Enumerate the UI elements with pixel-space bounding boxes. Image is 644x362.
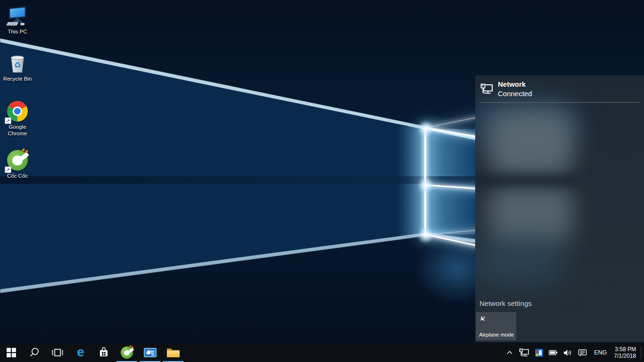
wallpaper-corner-bloom	[415, 224, 437, 246]
clock-date: 7/1/2018	[614, 353, 636, 360]
file-explorer-taskbar-button[interactable]	[162, 343, 184, 362]
task-view-icon	[51, 347, 64, 358]
file-explorer-icon	[167, 348, 180, 357]
battery-icon	[549, 350, 558, 355]
desktop-icon-label: This PC	[8, 28, 27, 35]
flyout-divider	[480, 102, 639, 103]
show-hidden-icons-button[interactable]	[503, 343, 516, 362]
battery-tray-button[interactable]	[546, 343, 561, 362]
ethernet-icon	[519, 348, 529, 357]
recycle-bin-icon: ♻	[6, 52, 29, 74]
network-title: Network	[498, 80, 526, 88]
recycle-glyph: ♻	[14, 61, 21, 70]
taskbar-clock[interactable]: 3:58 PM 7/1/2018	[611, 343, 641, 362]
search-button[interactable]	[23, 343, 46, 362]
ethernet-icon	[480, 83, 494, 96]
speaker-icon	[563, 349, 572, 356]
taskbar: e	[0, 343, 644, 362]
presentation-app-taskbar-button[interactable]	[139, 343, 161, 362]
flyout-blur-shape	[475, 240, 565, 283]
coc-coc-icon: ↗	[6, 149, 29, 172]
desktop-icon-this-pc[interactable]: This PC	[2, 5, 33, 35]
desktop-icon-google-chrome[interactable]: ↗ Google Chrome	[2, 100, 33, 137]
language-indicator[interactable]: ENG	[590, 343, 611, 362]
desktop-icon-label: Cốc Cốc	[7, 173, 28, 179]
network-connection-item[interactable]: Network Connected	[475, 75, 644, 103]
shortcut-arrow-icon: ↗	[5, 117, 11, 124]
google-chrome-icon: ↗	[6, 100, 29, 123]
unikey-tray-button[interactable]	[532, 343, 546, 362]
flyout-blur-shape	[475, 175, 581, 186]
wallpaper-window-pane-bottom	[426, 186, 475, 234]
windows-desktop-screen: This PC ♻ Recycle Bin ↗ Google Chrome	[0, 0, 644, 362]
shortcut-arrow-icon: ↗	[5, 166, 11, 173]
airplane-mode-tile[interactable]: ✈ Airplane mode	[476, 312, 516, 340]
edge-button[interactable]: e	[69, 343, 92, 362]
airplane-icon: ✈	[478, 313, 488, 324]
desktop-icon-recycle-bin[interactable]: ♻ Recycle Bin	[2, 52, 33, 82]
windows-logo-icon	[7, 348, 16, 357]
presentation-app-icon	[144, 348, 157, 357]
desktop-icon-label: Google Chrome	[8, 123, 27, 137]
coc-coc-taskbar-button[interactable]	[116, 343, 138, 362]
start-button[interactable]	[0, 343, 23, 362]
store-button[interactable]	[92, 343, 115, 362]
airplane-mode-label: Airplane mode	[479, 332, 514, 337]
volume-tray-button[interactable]	[561, 343, 575, 362]
wallpaper-corner-bloom	[415, 118, 437, 140]
network-flyout: Network Connected Network settings ✈ Air…	[475, 75, 644, 342]
network-tray-button[interactable]	[516, 343, 532, 362]
coc-coc-icon	[121, 346, 133, 359]
store-icon	[98, 347, 109, 358]
action-center-button[interactable]	[575, 343, 590, 362]
this-pc-icon	[6, 5, 29, 27]
chevron-up-icon	[506, 349, 513, 356]
search-icon	[29, 347, 40, 358]
show-desktop-button[interactable]	[641, 343, 644, 362]
taskbar-buttons: e	[0, 343, 184, 362]
desktop-icon-coc-coc[interactable]: ↗ Cốc Cốc	[2, 149, 33, 179]
task-view-button[interactable]	[46, 343, 69, 362]
flyout-blur-shape	[488, 185, 573, 244]
unikey-icon	[535, 349, 543, 357]
action-center-icon	[578, 349, 587, 357]
flyout-blur-shape	[488, 111, 573, 177]
clock-time: 3:58 PM	[614, 346, 636, 353]
network-status: Connected	[498, 90, 532, 98]
system-tray: ENG 3:58 PM 7/1/2018	[503, 343, 644, 362]
desktop-icon-label: Recycle Bin	[3, 75, 32, 82]
edge-icon: e	[77, 346, 84, 359]
wallpaper-corner-bloom	[415, 174, 437, 196]
network-settings-link[interactable]: Network settings	[479, 299, 532, 307]
